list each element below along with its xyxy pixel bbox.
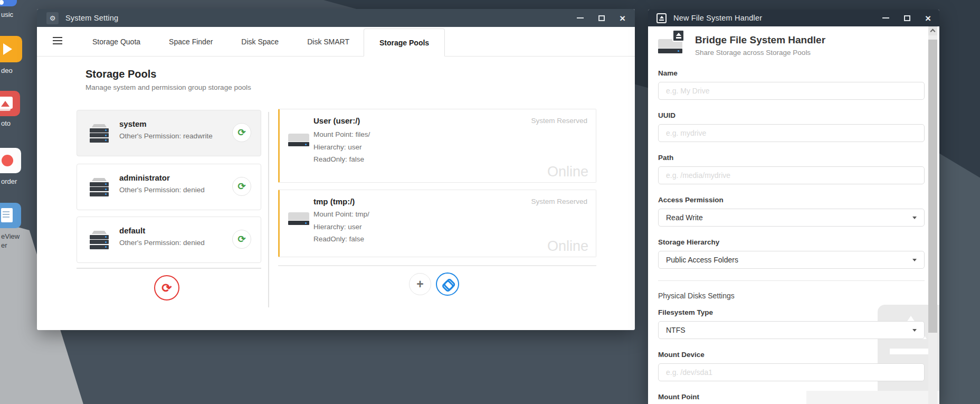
physical-disks-section-label: Physical Disks Settings — [658, 292, 925, 300]
pool-refresh-button[interactable]: ⟳ — [232, 123, 251, 142]
name-input[interactable] — [658, 82, 925, 100]
scrollbar[interactable] — [928, 26, 937, 404]
readonly-line: ReadOnly: false — [313, 235, 364, 243]
pool-card-system[interactable]: system Other's Permission: readwrite ⟳ — [77, 110, 261, 156]
uuid-group: UUID — [658, 111, 925, 142]
page-subtitle: Manage system and permission group stora… — [85, 83, 251, 91]
dock-label-fileviewer-line1: eView — [1, 232, 20, 240]
filesystem-type-group: Filesystem Type NTFS — [658, 308, 925, 339]
pool-refresh-button[interactable]: ⟳ — [232, 177, 251, 196]
dock-label-fileviewer-line2: er — [1, 241, 7, 249]
pool-name: administrator — [119, 173, 170, 182]
dock-label-recorder: order — [1, 177, 17, 185]
storage-hierarchy-value: Public Access Folders — [666, 256, 738, 264]
hierarchy-line: Hierarchy: user — [313, 143, 362, 151]
tab-storage-pools[interactable]: Storage Pools — [364, 29, 445, 57]
mount-card-tmp[interactable]: tmp (tmp:/) System Reserved Mount Point:… — [278, 190, 596, 257]
minimize-button[interactable] — [577, 17, 584, 19]
divider — [278, 265, 596, 266]
path-label: Path — [658, 154, 925, 162]
server-icon — [90, 231, 109, 249]
path-group: Path — [658, 154, 925, 184]
new-file-system-handler-window: New File System Handler × Bridge — [648, 10, 939, 404]
file-viewer-icon[interactable] — [0, 203, 21, 228]
link-mount-button[interactable] — [436, 273, 459, 296]
handler-header: Bridge File System Handler Share Storage… — [658, 26, 925, 69]
system-reserved-badge: System Reserved — [531, 198, 587, 205]
link-icon — [441, 277, 454, 290]
hierarchy-line: Hierarchy: user — [313, 223, 362, 231]
refresh-pools-button[interactable]: ⟳ — [154, 275, 179, 300]
chevron-down-icon — [912, 259, 917, 261]
handler-titlebar[interactable]: New File System Handler × — [648, 10, 939, 26]
tab-space-finder[interactable]: Space Finder — [155, 27, 227, 56]
status-watermark: Online — [547, 238, 588, 255]
scroll-up-arrow-icon[interactable] — [928, 26, 937, 35]
mount-card-user[interactable]: User (user:/) System Reserved Mount Poin… — [278, 109, 596, 183]
uuid-input[interactable] — [658, 124, 925, 142]
minimize-button[interactable] — [882, 17, 889, 19]
system-setting-window: ⚙ System Setting × Storage Quota Space F… — [37, 9, 635, 330]
desktop: usic deo oto order eView er ⚙ System Set… — [0, 0, 980, 404]
storage-hierarchy-select[interactable]: Public Access Folders — [658, 251, 925, 269]
close-button[interactable]: × — [925, 13, 931, 23]
maximize-button[interactable] — [904, 15, 910, 21]
recorder-icon[interactable] — [0, 148, 21, 173]
tab-disk-smart[interactable]: Disk SMART — [293, 27, 364, 56]
pool-card-default[interactable]: default Other's Permission: denied ⟳ — [77, 217, 261, 263]
pool-refresh-button[interactable]: ⟳ — [232, 230, 251, 249]
close-button[interactable]: × — [620, 13, 625, 23]
filesystem-type-label: Filesystem Type — [658, 308, 925, 316]
pool-permission: Other's Permission: denied — [119, 239, 205, 247]
uuid-label: UUID — [658, 111, 925, 119]
drive-icon — [288, 134, 309, 146]
add-mount-button[interactable]: + — [409, 273, 431, 295]
system-setting-titlebar[interactable]: ⚙ System Setting × — [37, 9, 635, 27]
mount-device-group: Mount Device — [658, 351, 925, 381]
access-permission-group: Access Permission Read Write — [658, 196, 925, 227]
storage-hierarchy-group: Storage Hierarchy Public Access Folders — [658, 238, 925, 269]
divider — [77, 268, 261, 269]
pool-permission: Other's Permission: readwrite — [119, 132, 213, 140]
scrollbar-thumb[interactable] — [928, 40, 937, 333]
name-group: Name — [658, 69, 925, 100]
pool-name: system — [119, 119, 147, 128]
access-permission-select[interactable]: Read Write — [658, 209, 925, 227]
status-watermark: Online — [547, 164, 588, 180]
chevron-down-icon — [912, 329, 917, 332]
path-input[interactable] — [658, 166, 925, 184]
filesystem-type-value: NTFS — [666, 326, 686, 334]
window-title: System Setting — [65, 14, 118, 22]
video-icon[interactable] — [0, 36, 22, 62]
pool-name: default — [119, 226, 145, 235]
server-icon — [90, 124, 109, 143]
mount-point-group: Mount Point — [658, 393, 925, 401]
server-icon — [90, 178, 109, 196]
name-label: Name — [658, 69, 925, 77]
readonly-line: ReadOnly: false — [313, 155, 364, 163]
dock-label-music: usic — [1, 11, 13, 18]
access-permission-value: Read Write — [666, 213, 703, 222]
music-icon[interactable] — [0, 0, 17, 6]
mount-point-line: Mount Point: files/ — [313, 130, 370, 138]
handler-title: Bridge File System Handler — [695, 34, 825, 46]
drive-icon — [288, 212, 309, 225]
pool-card-administrator[interactable]: administrator Other's Permission: denied… — [77, 164, 261, 210]
storage-hierarchy-label: Storage Hierarchy — [658, 238, 925, 246]
photo-icon[interactable] — [0, 91, 20, 116]
maximize-button[interactable] — [598, 15, 605, 21]
dock-label-photo: oto — [1, 119, 11, 127]
mount-name: User (user:/) — [313, 116, 360, 125]
handler-subtitle: Share Storage across Storage Pools — [695, 49, 825, 57]
mount-device-label: Mount Device — [658, 351, 925, 359]
mount-point-line: Mount Point: tmp/ — [313, 210, 369, 218]
tab-bar: Storage Quota Space Finder Disk Space Di… — [37, 27, 635, 57]
handler-body: Bridge File System Handler Share Storage… — [648, 26, 939, 404]
filesystem-type-select[interactable]: NTFS — [658, 321, 925, 339]
tab-disk-space[interactable]: Disk Space — [227, 27, 293, 56]
mount-device-input[interactable] — [658, 363, 925, 381]
menu-icon[interactable] — [53, 37, 62, 46]
mount-name: tmp (tmp:/) — [313, 197, 355, 206]
tab-storage-quota[interactable]: Storage Quota — [78, 27, 155, 56]
gear-icon: ⚙ — [46, 12, 59, 24]
